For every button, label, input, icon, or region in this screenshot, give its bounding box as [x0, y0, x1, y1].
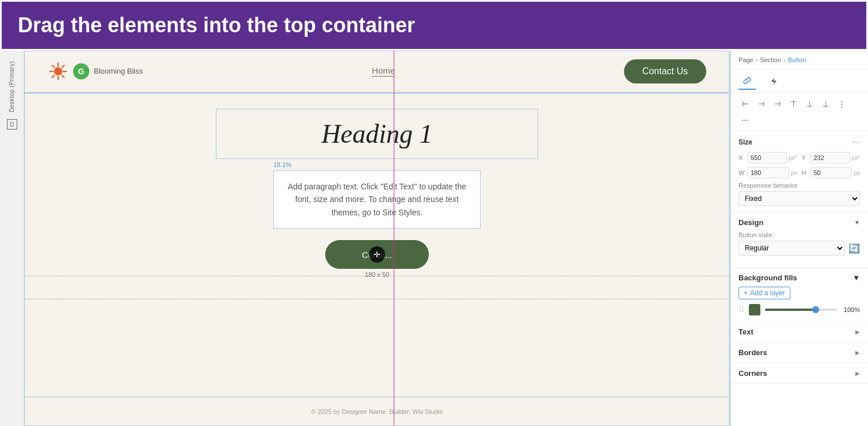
x-unit: px* [789, 155, 797, 161]
svg-line-6 [62, 75, 64, 77]
opacity-value: 100% [842, 306, 860, 313]
size-more-button[interactable]: ··· [852, 137, 860, 147]
corners-section-label: Corners [738, 369, 767, 378]
lightning-icon [769, 77, 778, 86]
tab-lightning-icon[interactable] [765, 73, 782, 90]
bg-fills-chevron-icon[interactable]: ▼ [852, 273, 860, 282]
canvas-area: G Blooming Bliss Home Contact Us Heading… [24, 51, 730, 426]
button-state-row: Button state: Regular 🔄 [738, 231, 860, 256]
slider-thumb [812, 306, 819, 313]
xy-row: X px* Y px* [738, 152, 860, 163]
corners-chevron-icon: ▶ [855, 370, 860, 376]
align-bottom-button[interactable]: ⊥ [819, 97, 832, 110]
logo-text: Blooming Bliss [94, 67, 143, 75]
wh-row: W px H px [738, 167, 860, 178]
tab-link-icon[interactable] [738, 73, 756, 90]
design-header[interactable]: Design ▼ [738, 218, 860, 227]
opacity-slider[interactable] [765, 309, 837, 311]
align-center-v-button[interactable]: ⊥ [803, 97, 816, 110]
borders-section-label: Borders [738, 348, 767, 357]
nav-home-link[interactable]: Home [372, 66, 395, 77]
h-label: H [802, 169, 809, 176]
y-label: Y [802, 154, 809, 161]
w-unit: px [791, 170, 797, 176]
panel-tabs [730, 70, 868, 93]
w-input[interactable] [747, 167, 789, 178]
paragraph-text: Add paragraph text. Click "Edit Text" to… [288, 182, 466, 217]
y-input[interactable] [810, 152, 850, 163]
left-sidebar: Desktop (Primary) D [0, 51, 24, 426]
alignment-row: ⊢ ⊣ ⊣ ⊤ ⊥ ⊥ ⋮ ⋯ [730, 93, 868, 131]
button-state-label: Button state: [738, 231, 860, 238]
button-size-label: 180 x 50 [365, 271, 389, 278]
banner-text: Drag the elements into the top container [18, 13, 415, 37]
distribute-h-button[interactable]: ⋮ [835, 97, 848, 110]
align-right-button[interactable]: ⊣ [771, 97, 783, 110]
add-layer-button[interactable]: + Add a layer [738, 287, 790, 299]
x-input[interactable] [747, 152, 787, 163]
content-section: Heading 1 18.1% Add paragraph text. Clic… [25, 92, 729, 295]
breadcrumb-button[interactable]: Button [788, 56, 806, 63]
size-section-header: Size ··· [738, 137, 860, 147]
drag-handle-icon[interactable]: ⠿ [738, 305, 744, 314]
h-unit: px [854, 170, 860, 176]
button-state-select-row: Regular 🔄 [738, 241, 860, 256]
svg-line-5 [52, 65, 55, 67]
logo-sun-icon [48, 61, 68, 82]
distribute-v-button[interactable]: ⋯ [738, 113, 751, 126]
bg-fills-section: Background fills ▼ + Add a layer ⠿ 100% [730, 268, 868, 322]
breadcrumb: Page › Section › Button [730, 51, 868, 70]
tutorial-banner: Drag the elements into the top container [0, 0, 868, 51]
design-section: Design ▼ Button state: Regular 🔄 [730, 212, 868, 268]
grammarly-icon: G [73, 63, 89, 79]
svg-line-7 [62, 65, 64, 67]
breadcrumb-section[interactable]: Section [760, 56, 781, 63]
borders-chevron-icon: ▶ [855, 349, 860, 356]
responsive-select[interactable]: Fixed [738, 191, 860, 206]
website-preview: G Blooming Bliss Home Contact Us Heading… [24, 51, 730, 426]
dashed-guide-line-1 [25, 276, 729, 276]
h-input[interactable] [810, 167, 852, 178]
size-label: Size [738, 138, 752, 146]
nav-logo: G Blooming Bliss [48, 61, 143, 82]
color-swatch[interactable] [749, 304, 760, 315]
responsive-label: Responsive behavior [738, 182, 860, 189]
align-left-button[interactable]: ⊢ [738, 97, 751, 110]
size-section: Size ··· X px* Y px* W px [730, 131, 868, 212]
w-label: W [738, 169, 745, 176]
right-panel: Page › Section › Button ⊢ ⊣ ⊣ [730, 51, 868, 426]
add-layer-label: Add a layer [750, 289, 785, 297]
panel-resize-handle[interactable] [729, 51, 731, 426]
device-icon[interactable]: D [7, 119, 17, 130]
sync-icon[interactable]: 🔄 [848, 243, 860, 254]
align-center-h-button[interactable]: ⊣ [755, 97, 767, 110]
dashed-guide-line-2 [25, 299, 729, 299]
design-chevron-icon: ▼ [854, 219, 860, 226]
link-icon [743, 76, 752, 85]
nav-cta-button[interactable]: Contact Us [624, 59, 706, 83]
nav-links: Home [372, 66, 395, 77]
footer-text: © 2025 by Designer Name. Builder: Wix St… [311, 408, 443, 415]
align-top-button[interactable]: ⊤ [787, 97, 800, 110]
text-chevron-icon: ▶ [855, 329, 860, 335]
svg-point-0 [54, 67, 62, 75]
paragraph-element-box[interactable]: Add paragraph text. Click "Edit Text" to… [273, 170, 481, 229]
canvas-button[interactable]: Conta... ✛ [325, 240, 429, 269]
h-field: H px [802, 167, 861, 178]
opacity-slider-container [765, 309, 837, 311]
heading-text: Heading 1 [322, 119, 433, 149]
svg-line-8 [52, 75, 55, 77]
x-label: X [738, 154, 745, 161]
breadcrumb-sep-1: › [756, 56, 758, 63]
corners-section[interactable]: Corners ▶ [730, 363, 868, 384]
bg-fills-title: Background fills [738, 273, 797, 282]
breadcrumb-sep-2: › [783, 56, 786, 63]
borders-section[interactable]: Borders ▶ [730, 343, 868, 363]
button-state-select[interactable]: Regular [738, 241, 845, 256]
sidebar-label: Desktop (Primary) [9, 61, 15, 112]
y-unit: px* [852, 155, 860, 161]
breadcrumb-page[interactable]: Page [738, 56, 753, 63]
bg-fills-header: Background fills ▼ [738, 273, 860, 282]
text-section[interactable]: Text ▶ [730, 322, 868, 343]
heading-element-box[interactable]: Heading 1 [216, 109, 538, 159]
